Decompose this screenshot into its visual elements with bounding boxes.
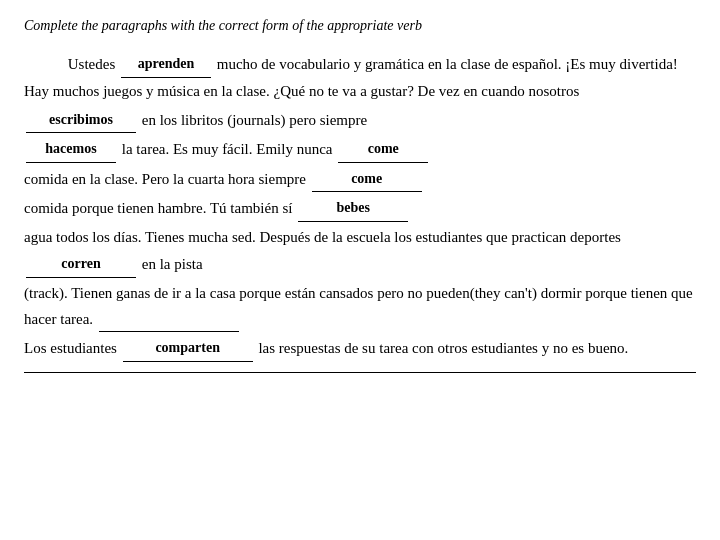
answer-come: come [338, 135, 428, 163]
paragraph-8: Los estudiantes comparten las respuestas… [24, 334, 696, 362]
text-respuestas: las respuestas de su tarea con otros est… [258, 340, 628, 356]
paragraph-3: hacemos la tarea. Es muy fácil. Emily nu… [24, 135, 696, 163]
bottom-line [24, 372, 696, 373]
paragraph-2: escribimos en los libritos (journals) pe… [24, 106, 696, 134]
answer-aprenden: aprenden [121, 50, 211, 78]
answer-corren: corren [26, 250, 136, 278]
text-los-estudiantes: Los estudiantes [24, 340, 117, 356]
paragraph-6: agua todos los días. Tienes mucha sed. D… [24, 224, 696, 278]
paragraph-7: (track). Tienen ganas de ir a la casa po… [24, 280, 696, 333]
answer-escribimos: escribimos [26, 106, 136, 134]
text-comida-clase: comida en la clase. Pero la cuarta hora … [24, 171, 306, 187]
blank-tarea [99, 331, 239, 332]
text-track: (track). Tienen ganas de ir a la casa po… [24, 285, 693, 327]
paragraph-4: comida en la clase. Pero la cuarta hora … [24, 165, 696, 193]
content: Ustedes aprenden mucho de vocabulario y … [24, 50, 696, 362]
text-comida-hambre: comida porque tienen hambre. Tú también … [24, 201, 292, 217]
paragraph-5: comida porque tienen hambre. Tú también … [24, 194, 696, 222]
text-pista: en la pista [142, 256, 203, 272]
text-ustedes: Ustedes [68, 56, 116, 72]
page: Complete the paragraphs with the correct… [0, 0, 720, 540]
answer-come2: come [312, 165, 422, 193]
text-la-tarea: la tarea. Es muy fácil. Emily nunca [122, 142, 333, 158]
text-en-los: en los libritos (journals) pero siempre [142, 112, 367, 128]
answer-hacemos: hacemos [26, 135, 116, 163]
instructions: Complete the paragraphs with the correct… [24, 18, 696, 34]
text-agua: agua todos los días. Tienes mucha sed. D… [24, 229, 621, 245]
answer-bebes: bebes [298, 194, 408, 222]
paragraph-1: Ustedes aprenden mucho de vocabulario y … [24, 50, 696, 104]
answer-comparten: comparten [123, 334, 253, 362]
